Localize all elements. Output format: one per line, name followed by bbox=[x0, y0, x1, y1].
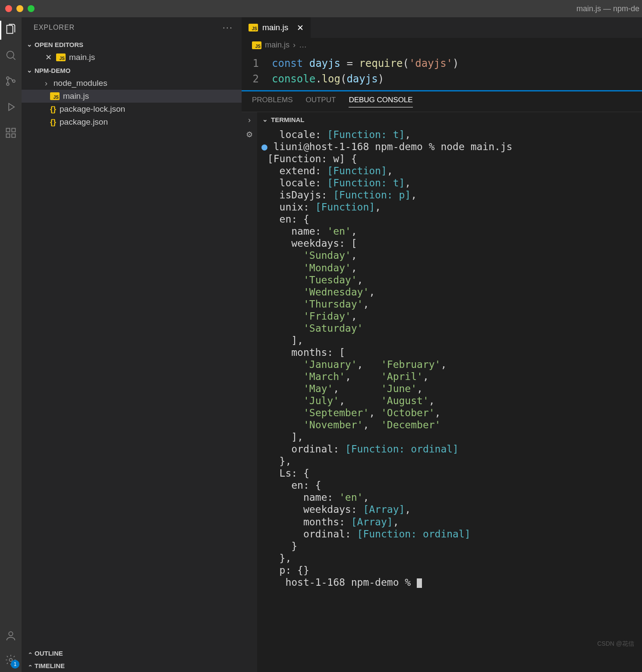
svg-point-2 bbox=[6, 83, 9, 85]
chevron-right-icon: › bbox=[26, 650, 33, 657]
activity-bar: 1 bbox=[0, 17, 22, 672]
panel-tab-debug-console[interactable]: DEBUG CONSOLE bbox=[349, 96, 412, 107]
code-line: 2console.log(dayjs) bbox=[242, 71, 642, 87]
titlebar: main.js — npm-de bbox=[0, 0, 642, 17]
js-file-icon: JS bbox=[249, 24, 258, 31]
svg-rect-4 bbox=[6, 129, 10, 132]
terminal-section[interactable]: ⌄ TERMINAL bbox=[257, 112, 642, 127]
editor-area: JS main.js ✕ JS main.js › … 1const dayjs… bbox=[242, 17, 642, 672]
terminal-cursor bbox=[417, 578, 422, 588]
close-icon[interactable]: ✕ bbox=[44, 53, 53, 62]
open-editor-filename: main.js bbox=[69, 53, 95, 62]
outline-label: OUTLINE bbox=[35, 650, 63, 657]
extensions-icon[interactable] bbox=[4, 126, 18, 140]
breadcrumb-rest: … bbox=[299, 41, 307, 50]
window-minimize-icon[interactable] bbox=[16, 5, 23, 12]
svg-point-8 bbox=[9, 632, 13, 636]
breadcrumb-file: main.js bbox=[265, 41, 290, 50]
breadcrumb[interactable]: JS main.js › … bbox=[242, 38, 642, 52]
chevron-right-icon: › bbox=[293, 41, 296, 50]
settings-badge: 1 bbox=[11, 660, 19, 669]
tab-main-js[interactable]: JS main.js ✕ bbox=[242, 17, 311, 38]
file-name: node_modules bbox=[54, 79, 107, 88]
window-maximize-icon[interactable] bbox=[28, 5, 35, 12]
code-line: 1const dayjs = require('dayjs') bbox=[242, 56, 642, 71]
open-editors-section[interactable]: ⌄ OPEN EDITORS bbox=[22, 38, 242, 51]
svg-rect-5 bbox=[6, 134, 10, 137]
js-file-icon: JS bbox=[252, 41, 261, 49]
chevron-down-icon: ⌄ bbox=[261, 116, 268, 123]
svg-point-1 bbox=[6, 77, 9, 79]
close-icon[interactable]: ✕ bbox=[297, 23, 304, 33]
file-tree-item[interactable]: ›node_modules bbox=[22, 77, 242, 90]
explorer-title: EXPLORER bbox=[34, 24, 75, 31]
js-file-icon: JS bbox=[56, 53, 66, 61]
chevron-right-icon: › bbox=[42, 79, 50, 88]
svg-rect-7 bbox=[12, 129, 15, 132]
tab-label: main.js bbox=[262, 23, 288, 32]
file-tree-item[interactable]: {}package.json bbox=[22, 116, 242, 129]
file-name: package-lock.json bbox=[60, 104, 125, 114]
file-tree-item[interactable]: JSmain.js bbox=[22, 90, 242, 103]
outline-section[interactable]: › OUTLINE bbox=[22, 647, 242, 659]
source-control-icon[interactable] bbox=[4, 74, 18, 88]
svg-rect-6 bbox=[12, 134, 15, 137]
explorer-more-icon[interactable]: ··· bbox=[223, 22, 233, 33]
tab-bar: JS main.js ✕ bbox=[242, 17, 642, 38]
svg-point-3 bbox=[13, 80, 15, 82]
chevron-down-icon: ⌄ bbox=[26, 41, 33, 48]
chevron-right-icon[interactable]: › bbox=[248, 116, 251, 125]
account-icon[interactable] bbox=[4, 629, 18, 643]
window-title: main.js — npm-de bbox=[576, 4, 642, 13]
open-editors-label: OPEN EDITORS bbox=[35, 41, 83, 48]
code-editor[interactable]: 1const dayjs = require('dayjs')2console.… bbox=[242, 52, 642, 90]
file-tree-item[interactable]: {}package-lock.json bbox=[22, 103, 242, 116]
panel-gutter: › ⚙ bbox=[242, 112, 257, 672]
panel-tab-output[interactable]: OUTPUT bbox=[305, 96, 336, 107]
settings-icon[interactable]: 1 bbox=[4, 653, 18, 667]
bottom-panel: PROBLEMSOUTPUTDEBUG CONSOLE › ⚙ ⌄ TERMIN… bbox=[242, 91, 642, 672]
file-name: main.js bbox=[63, 91, 89, 101]
json-file-icon: {} bbox=[50, 118, 56, 127]
folder-section[interactable]: ⌄ NPM-DEMO bbox=[22, 64, 242, 77]
folder-label: NPM-DEMO bbox=[35, 67, 70, 74]
timeline-label: TIMELINE bbox=[35, 662, 65, 669]
settings-small-icon[interactable]: ⚙ bbox=[246, 130, 253, 139]
terminal-output[interactable]: locale: [Function: t],● liuni@host-1-168… bbox=[257, 127, 642, 672]
js-file-icon: JS bbox=[50, 92, 60, 100]
line-number: 1 bbox=[242, 56, 272, 71]
timeline-section[interactable]: › TIMELINE bbox=[22, 659, 242, 672]
explorer-icon[interactable] bbox=[4, 22, 18, 36]
window-close-icon[interactable] bbox=[5, 5, 12, 12]
terminal-label: TERMINAL bbox=[271, 116, 305, 123]
panel-tab-problems[interactable]: PROBLEMS bbox=[252, 96, 293, 107]
search-icon[interactable] bbox=[4, 48, 18, 62]
run-debug-icon[interactable] bbox=[4, 100, 18, 114]
chevron-right-icon: › bbox=[26, 663, 33, 669]
watermark: CSDN @花信 bbox=[597, 640, 634, 648]
chevron-down-icon: ⌄ bbox=[26, 66, 33, 74]
file-name: package.json bbox=[60, 117, 108, 127]
json-file-icon: {} bbox=[50, 105, 56, 114]
line-number: 2 bbox=[242, 71, 272, 87]
open-editor-item[interactable]: ✕ JS main.js bbox=[22, 51, 242, 64]
sidebar: EXPLORER ··· ⌄ OPEN EDITORS ✕ JS main.js… bbox=[22, 17, 242, 672]
svg-point-0 bbox=[7, 51, 14, 58]
panel-tabs: PROBLEMSOUTPUTDEBUG CONSOLE bbox=[242, 91, 642, 112]
